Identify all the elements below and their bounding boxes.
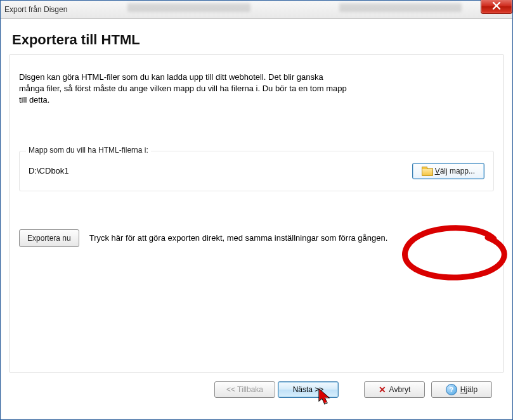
back-button[interactable]: << Tillbaka <box>214 381 275 398</box>
close-button[interactable] <box>481 0 512 14</box>
folder-open-icon <box>422 167 432 175</box>
folder-row: D:\CDbok1 Välj mapp... <box>29 163 484 179</box>
background-blur <box>127 3 462 16</box>
export-now-row: Exportera nu Tryck här för att göra expo… <box>19 229 494 247</box>
cancel-icon: ✕ <box>379 385 386 395</box>
next-button[interactable]: Nästa >> <box>278 381 339 398</box>
page-title: Exportera till HTML <box>12 32 503 48</box>
folder-fieldset: Mapp som du vill ha HTML-filerna i: D:\C… <box>19 151 494 191</box>
cancel-button[interactable]: ✕ Avbryt <box>364 381 425 398</box>
export-now-button[interactable]: Exportera nu <box>19 229 79 247</box>
main-panel: Disgen kan göra HTML-filer som du kan la… <box>10 54 503 372</box>
close-icon <box>492 1 501 12</box>
folder-path: D:\CDbok1 <box>29 166 69 175</box>
export-now-hint: Tryck här för att göra exporten direkt, … <box>89 233 388 243</box>
folder-fieldset-label: Mapp som du vill ha HTML-filerna i: <box>26 146 151 155</box>
help-button[interactable]: ? Hjälp <box>431 381 492 398</box>
back-label: << Tillbaka <box>226 385 263 394</box>
export-window: Export från Disgen Exportera till HTML D… <box>0 0 513 420</box>
footer-buttons: << Tillbaka Nästa >> ✕ Avbryt ? Hjälp <box>10 372 503 410</box>
export-now-label: Exportera nu <box>27 234 71 243</box>
window-title: Export från Disgen <box>4 5 67 14</box>
choose-folder-button[interactable]: Välj mapp... <box>412 163 484 179</box>
intro-text: Disgen kan göra HTML-filer som du kan la… <box>19 72 349 106</box>
choose-folder-label: Välj mapp... <box>435 167 475 175</box>
nav-button-group: << Tillbaka Nästa >> <box>214 381 339 398</box>
next-label: Nästa >> <box>293 385 324 394</box>
help-label: Hjälp <box>460 385 477 394</box>
help-icon: ? <box>446 384 457 395</box>
content-area: Exportera till HTML Disgen kan göra HTML… <box>1 19 512 419</box>
titlebar: Export från Disgen <box>1 1 512 19</box>
cancel-label: Avbryt <box>389 385 411 394</box>
